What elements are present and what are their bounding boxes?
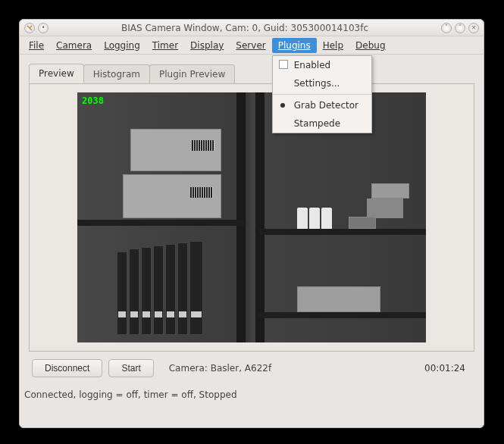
- content-area: Preview Histogram Plugin Preview: [20, 55, 484, 386]
- tab-preview[interactable]: Preview: [29, 64, 84, 83]
- disconnect-button[interactable]: Disconnect: [32, 359, 102, 377]
- frame-counter: 2038: [82, 95, 104, 106]
- titlebar: • BIAS Camera Window, Cam: 0, Guid: 3053…: [20, 20, 484, 36]
- menu-separator: [273, 94, 371, 95]
- menu-plugins[interactable]: Plugins Enabled Settings... Grab Detecto…: [272, 38, 317, 53]
- menu-server[interactable]: Server: [230, 38, 271, 53]
- maximize-icon[interactable]: ˄: [455, 23, 465, 33]
- menubar: File Camera Logging Timer Display Server…: [20, 36, 484, 55]
- preview-panel: 2038: [29, 83, 474, 352]
- tab-bar: Preview Histogram Plugin Preview: [29, 62, 474, 83]
- tab-plugin-preview[interactable]: Plugin Preview: [149, 64, 235, 83]
- minimize-icon[interactable]: ˅: [441, 23, 452, 33]
- plugins-enabled-label: Enabled: [294, 60, 331, 70]
- plugins-settings-label: Settings...: [294, 78, 340, 89]
- camera-label: Camera: Basler, A622f: [169, 363, 271, 374]
- preview-scene: [77, 92, 426, 342]
- close-icon[interactable]: ×: [468, 23, 479, 33]
- plugins-dropdown: Enabled Settings... Grab Detector Stampe…: [272, 55, 372, 133]
- plugins-grab-detector-label: Grab Detector: [294, 100, 358, 111]
- radio-bullet-icon: [280, 103, 285, 108]
- application-window: • BIAS Camera Window, Cam: 0, Guid: 3053…: [19, 19, 484, 428]
- menu-timer[interactable]: Timer: [146, 38, 184, 53]
- menu-debug[interactable]: Debug: [349, 38, 391, 53]
- app-menu-icon[interactable]: [24, 23, 35, 33]
- menu-help[interactable]: Help: [317, 38, 349, 53]
- tab-histogram[interactable]: Histogram: [83, 64, 150, 83]
- window-title: BIAS Camera Window, Cam: 0, Guid: 305300…: [49, 23, 441, 33]
- plugins-grab-detector-item[interactable]: Grab Detector: [273, 96, 371, 114]
- menu-file[interactable]: File: [23, 38, 50, 53]
- elapsed-timer: 00:01:24: [424, 363, 465, 374]
- start-button[interactable]: Start: [108, 359, 153, 377]
- titlebar-left-icons: •: [24, 23, 49, 33]
- titlebar-right-icons: ˅ ˄ ×: [441, 23, 479, 33]
- menu-display[interactable]: Display: [184, 38, 230, 53]
- controls-row: Disconnect Start Camera: Basler, A622f 0…: [29, 352, 474, 382]
- menu-camera[interactable]: Camera: [50, 38, 98, 53]
- plugins-settings-item[interactable]: Settings...: [273, 74, 371, 92]
- status-bar: Connected, logging = off, timer = off, S…: [20, 386, 484, 406]
- plugins-stampede-item[interactable]: Stampede: [273, 114, 371, 133]
- plugins-stampede-label: Stampede: [294, 118, 340, 129]
- plugins-enabled-item[interactable]: Enabled: [273, 56, 371, 74]
- window-pin-icon[interactable]: •: [38, 23, 49, 33]
- menu-logging[interactable]: Logging: [98, 38, 146, 53]
- camera-preview-image: 2038: [77, 92, 426, 342]
- checkbox-icon: [279, 60, 288, 69]
